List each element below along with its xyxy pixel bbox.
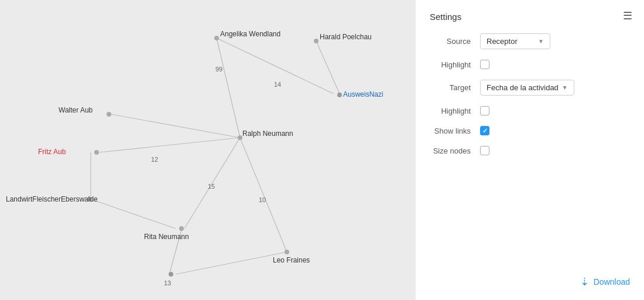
node-label-harald: Harald Poelchau [320,33,372,41]
show-links-row: Show links [430,126,630,135]
highlight-target-row: Highlight [430,106,630,115]
source-chevron-icon: ▼ [538,38,544,45]
node-label-13: 13 [164,279,171,287]
target-chevron-icon: ▼ [562,84,568,91]
target-row: Target Fecha de la actividad ▼ [430,80,630,96]
highlight-source-checkbox[interactable] [480,60,489,69]
source-label: Source [430,37,471,46]
target-value: Fecha de la actividad [487,83,559,92]
node-label-walterAub: Walter Aub [59,106,93,114]
svg-point-16 [94,150,99,155]
hamburger-menu-icon[interactable]: ☰ [623,9,632,22]
settings-panel: ☰ Settings Source Receptor ▼ Highlight T… [416,0,644,300]
show-links-checkbox[interactable] [480,126,489,135]
graph-svg: 99 14 12 15 10 Angelika Wendland Harald … [0,0,416,300]
svg-line-8 [91,199,176,229]
node-label-leoFraines: Leo Fraines [273,256,310,264]
source-row: Source Receptor ▼ [430,33,630,49]
svg-line-7 [240,138,287,252]
settings-title: Settings [430,12,630,22]
edge-label-10: 10 [259,196,266,203]
svg-line-4 [100,138,240,152]
edge-label-99: 99 [215,66,222,73]
svg-point-18 [179,226,184,231]
node-label-angelika: Angelika Wendland [220,30,280,38]
svg-line-2 [316,41,340,94]
edge-label-14: 14 [274,81,281,88]
highlight-target-label: Highlight [430,107,471,115]
svg-point-14 [107,112,111,117]
svg-point-13 [337,93,342,97]
download-row: ⇣ Download [430,268,630,288]
node-label-ausweisNazi: AusweisNazi [343,90,383,98]
node-label-fritzAub: Fritz Aub [38,148,66,156]
svg-point-15 [238,135,242,140]
highlight-source-row: Highlight [430,60,630,69]
target-label: Target [430,83,471,92]
svg-line-10 [176,252,287,274]
node-label-ritaNeumann: Rita Neumann [144,233,189,241]
graph-area[interactable]: 99 14 12 15 10 Angelika Wendland Harald … [0,0,416,300]
highlight-source-label: Highlight [430,60,471,69]
svg-line-3 [111,114,240,138]
svg-point-12 [314,39,318,43]
source-dropdown[interactable]: Receptor ▼ [480,33,550,49]
node-label-landwirt: LandwirtFleischerEberswalde [6,195,98,203]
target-dropdown[interactable]: Fecha de la actividad ▼ [480,80,574,96]
size-nodes-row: Size nodes [430,146,630,155]
download-icon: ⇣ [580,275,589,288]
download-button[interactable]: ⇣ Download [580,275,630,288]
edge-label-12: 12 [151,156,158,163]
node-label-ralphNeumann: Ralph Neumann [242,129,293,138]
size-nodes-label: Size nodes [430,146,471,155]
svg-line-0 [217,38,240,138]
highlight-target-checkbox[interactable] [480,106,489,115]
edge-label-15: 15 [208,183,215,190]
size-nodes-checkbox[interactable] [480,146,489,155]
source-value: Receptor [487,37,518,46]
download-label: Download [594,277,630,287]
show-links-label: Show links [430,127,471,135]
svg-point-20 [169,272,173,277]
svg-point-19 [285,250,289,254]
svg-point-11 [214,36,219,40]
